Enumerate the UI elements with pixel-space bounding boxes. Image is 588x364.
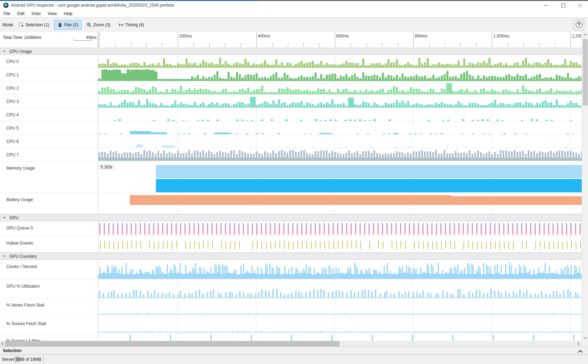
- track-row-cpu-2[interactable]: CPU 2: [0, 82, 582, 95]
- track-chart-gpu-utilization[interactable]: [98, 280, 582, 298]
- mode-button-timing-4[interactable]: Timing (4): [115, 20, 148, 30]
- track-row-memory-usage[interactable]: Memory Usage5.3Gb: [0, 162, 582, 193]
- ruler-minor-tick: [241, 43, 241, 47]
- track-chart-texture-fetch-stall[interactable]: [98, 317, 582, 334]
- scroll-down-icon[interactable]: [582, 335, 588, 341]
- track-label: Battery Usage: [6, 197, 33, 202]
- menu-item-file[interactable]: File: [0, 10, 14, 16]
- ruler-minor-tick: [429, 43, 430, 47]
- help-button[interactable]: ?: [574, 20, 584, 30]
- scroll-right-icon[interactable]: [576, 341, 581, 346]
- scroll-left-icon[interactable]: [0, 341, 5, 346]
- track-row-vulkan-events[interactable]: Vulkan Events: [0, 236, 582, 253]
- maximize-button[interactable]: [555, 1, 571, 10]
- track-row-texture-l1-miss[interactable]: % Texture L1 Miss: [0, 334, 582, 341]
- track-label: Clocks / Second: [6, 264, 37, 269]
- track-label: Memory Usage: [6, 166, 35, 171]
- track-chart-vulkan-events[interactable]: [98, 236, 582, 252]
- vertical-scroll-thumb[interactable]: [583, 39, 588, 105]
- ruler-minor-tick: [445, 43, 445, 47]
- track-chart-clocks-second[interactable]: [98, 260, 582, 279]
- minimize-button[interactable]: [538, 1, 554, 10]
- track-row-gpu-utilization[interactable]: GPU % Utilization: [0, 280, 582, 298]
- vertical-scrollbar[interactable]: [582, 32, 588, 341]
- mode-button-zoom-3[interactable]: Zoom (3): [83, 20, 114, 30]
- track-row-clocks-second[interactable]: Clocks / Second: [0, 260, 582, 280]
- menu-item-goto[interactable]: Goto: [28, 10, 44, 16]
- track-row-cpu-4[interactable]: CPU 4: [0, 108, 582, 122]
- horizontal-scroll-thumb[interactable]: [5, 341, 339, 346]
- track-chart-memory-usage[interactable]: [98, 162, 582, 193]
- close-button[interactable]: [572, 1, 588, 10]
- ruler-major-tick: [178, 32, 178, 47]
- title-bar: Android GPU Inspector - com.google.andro…: [0, 1, 588, 10]
- track-chart-texture-l1-miss[interactable]: [98, 334, 582, 341]
- timeline-ruler[interactable]: Total Time: 2s084ms 40ms 200ms400ms600ms…: [0, 32, 582, 48]
- app-logo-icon: [3, 2, 9, 8]
- track-label: CPU 6: [6, 139, 19, 144]
- section-label: GPU: [9, 215, 19, 220]
- ruler-tick-label: 400ms: [258, 34, 270, 39]
- track-row-cpu-3[interactable]: CPU 3: [0, 95, 582, 108]
- track-chart-cpu-2[interactable]: [98, 82, 582, 95]
- ruler-minor-tick: [131, 43, 131, 47]
- mode-button-selection-1[interactable]: Selection (1): [15, 20, 53, 30]
- menu-item-help[interactable]: Help: [60, 10, 76, 16]
- track-chart-cpu-4[interactable]: [98, 108, 582, 121]
- ruler-minor-tick: [194, 43, 194, 47]
- ruler-tick-label: 1,000ms: [493, 34, 509, 39]
- collapse-triangle-icon[interactable]: ▾: [4, 216, 5, 219]
- track-row-battery-usage[interactable]: Battery Usage: [0, 193, 582, 214]
- track-chart-cpu-7[interactable]: [98, 148, 582, 161]
- selection-panel-header[interactable]: Selection: [0, 346, 588, 355]
- ruler-minor-tick: [460, 43, 461, 47]
- menu-item-view[interactable]: View: [44, 10, 60, 16]
- track-row-gpu-queue-0[interactable]: GPU Queue 0: [0, 221, 582, 236]
- track-label: CPU 2: [6, 86, 19, 91]
- track-row-cpu-7[interactable]: CPU 7: [0, 148, 582, 162]
- track-row-vertex-fetch-stall[interactable]: % Vertex Fetch Stall: [0, 298, 582, 317]
- track-chart-cpu-5[interactable]: [98, 122, 582, 135]
- section-header-gpu-counters[interactable]: ▾GPU Counters: [0, 253, 582, 260]
- server-label: Server:: [2, 357, 15, 362]
- track-value-badge: 5.3Gb: [99, 164, 114, 170]
- section-header-gpu[interactable]: ▾GPU: [0, 214, 582, 221]
- mode-button-pan-2[interactable]: Pan (2): [54, 20, 81, 30]
- track-row-texture-fetch-stall[interactable]: % Texture Fetch Stall: [0, 317, 582, 334]
- track-label: CPU 4: [6, 112, 19, 117]
- track-chart-battery-usage[interactable]: [98, 193, 582, 214]
- menu-item-edit[interactable]: Edit: [14, 10, 28, 16]
- track-chart-cpu-3[interactable]: [98, 95, 582, 108]
- collapse-triangle-icon[interactable]: ▾: [4, 254, 5, 258]
- window-controls: [538, 1, 588, 10]
- ruler-tick-label: 800ms: [415, 34, 427, 39]
- track-chart-cpu-6[interactable]: [98, 135, 582, 148]
- track-label: % Texture L1 Miss: [6, 338, 41, 341]
- menu-bar: FileEditGotoViewHelp: [0, 10, 588, 18]
- track-label: CPU 5: [6, 126, 19, 131]
- scroll-up-icon[interactable]: [582, 32, 588, 37]
- collapse-triangle-icon[interactable]: ▾: [4, 49, 5, 53]
- track-row-cpu-1[interactable]: CPU 1: [0, 68, 582, 82]
- track-row-cpu-0[interactable]: CPU 0: [0, 55, 582, 68]
- track-row-cpu-6[interactable]: CPU 6: [0, 135, 582, 148]
- track-chart-cpu-1[interactable]: [98, 68, 582, 81]
- ruler-major-tick: [99, 32, 100, 47]
- pan-icon: [58, 22, 64, 27]
- track-label: CPU 0: [6, 59, 19, 64]
- section-label: GPU Counters: [9, 254, 37, 259]
- horizontal-scrollbar[interactable]: [0, 341, 582, 346]
- ruler-minor-tick: [366, 43, 367, 47]
- section-header-cpu-usage[interactable]: ▾CPU Usage: [0, 48, 582, 55]
- ruler-minor-tick: [508, 43, 508, 47]
- track-chart-cpu-0[interactable]: [98, 55, 582, 68]
- chevron-up-icon[interactable]: [578, 349, 583, 354]
- track-row-cpu-5[interactable]: CPU 5: [0, 122, 582, 135]
- track-chart-gpu-queue-0[interactable]: [98, 221, 582, 236]
- track-chart-vertex-fetch-stall[interactable]: [98, 298, 582, 317]
- timeline-tracks[interactable]: ▾CPU UsageCPU 0CPU 1CPU 2CPU 3CPU 4CPU 5…: [0, 48, 582, 341]
- ruler-minor-tick: [382, 43, 382, 47]
- timing-icon: [119, 22, 125, 27]
- ruler-minor-tick: [555, 43, 555, 47]
- track-label: CPU 1: [6, 73, 19, 77]
